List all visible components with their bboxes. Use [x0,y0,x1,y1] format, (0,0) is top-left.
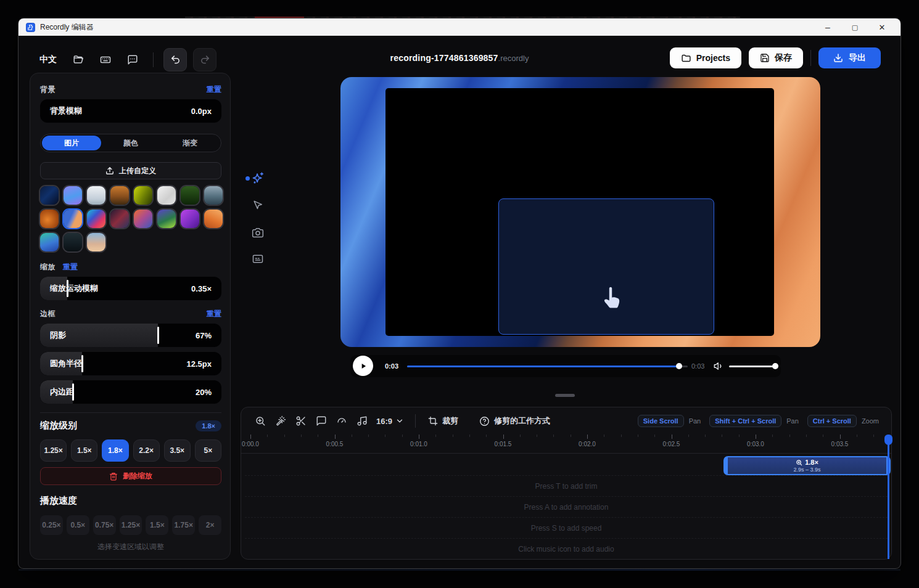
zoom-region-clip[interactable]: 1.8× 2.9s – 3.9s [723,456,891,475]
slider-handle[interactable] [157,327,159,344]
background-thumbnail-dark-blue-abstract[interactable] [40,186,59,205]
background-blur-value: 0.0px [191,99,212,123]
zoom-in-tool-button[interactable] [251,412,270,430]
zoom-level-badge: 1.8× [196,420,221,431]
projects-button[interactable]: Projects [670,47,741,68]
background-thumbnail-orange-rays[interactable] [204,210,223,228]
background-thumbnail-pastel-clouds[interactable] [87,233,105,251]
zoom-level-1.8×[interactable]: 1.8× [102,439,128,462]
undo-button[interactable] [163,48,187,71]
annotation-tool-button[interactable] [312,412,331,430]
play-button[interactable] [353,356,373,376]
background-thumbnail-lake-reflection[interactable] [204,186,223,205]
language-button[interactable]: 中文 [35,51,62,69]
effects-tool-button[interactable] [249,169,266,187]
slider-handle[interactable] [67,280,68,297]
ruler-minor-tick [553,435,554,437]
background-thumbnail-snow-mountain[interactable] [87,186,105,205]
speed-buttons: 0.25×0.5×0.75×1.25×1.5×1.75×2× [40,515,221,535]
panel-resize-handle[interactable] [555,394,575,397]
padding-slider[interactable]: 内边距20% [40,380,221,404]
close-button[interactable]: ✕ [868,18,896,36]
tab-image[interactable]: 图片 [42,136,101,150]
volume-handle[interactable] [772,363,778,369]
tab-color[interactable]: 颜色 [101,136,160,150]
background-thumbnail-purple-magenta[interactable] [181,210,199,228]
speed-0.75×[interactable]: 0.75× [93,515,116,535]
zoom-reset-link[interactable]: 重置 [63,262,78,272]
shadow-slider[interactable]: 阴影67% [40,324,221,347]
minimize-button[interactable]: – [814,18,841,36]
background-thumbnail-bigsur-waves[interactable] [87,210,105,228]
speed-1.5×[interactable]: 1.5× [146,515,168,535]
seek-handle[interactable] [676,363,682,369]
tab-gradient[interactable]: 渐变 [160,136,220,150]
speed-0.5×[interactable]: 0.5× [67,515,89,535]
save-button[interactable]: 保存 [749,47,803,68]
track-separator [245,475,888,476]
background-thumbnail-orange-flower[interactable] [40,210,59,228]
border-reset-link[interactable]: 重置 [207,309,221,319]
background-thumbnail-dark-red-dunes[interactable] [110,210,129,228]
scissors-tool-button[interactable] [292,412,310,430]
zoom-level-2.2×[interactable]: 2.2× [133,439,160,462]
redo-button[interactable] [193,48,216,71]
background-thumbnail-teal-blue-rays[interactable] [40,233,59,251]
zoom-target-region[interactable] [498,198,714,335]
seek-bar[interactable] [407,365,688,367]
crop-button[interactable]: 裁剪 [422,415,464,427]
maximize-button[interactable]: ▢ [841,18,868,36]
zoom-level-1.25×[interactable]: 1.25× [40,439,67,462]
upload-custom-button[interactable]: 上传自定义 [40,162,221,179]
zoom-level-3.5×[interactable]: 3.5× [164,439,191,462]
trim-help-button[interactable]: 修剪的工作方式 [473,415,556,427]
shortcuts-button[interactable] [95,49,116,70]
music-note-tool-button[interactable] [353,412,371,430]
scissors-icon [295,415,307,427]
delete-zoom-button[interactable]: 删除缩放 [40,467,221,485]
playhead-handle[interactable] [884,435,892,445]
volume-slider[interactable] [729,365,776,367]
background-thumbnail-lime-abstract[interactable] [134,186,152,205]
background-thumbnail-sunset-dunes[interactable] [134,210,152,228]
ruler-label: 0:03.5 [831,441,849,447]
background-blur-slider[interactable]: 背景模糊 0.0px [40,99,221,123]
background-thumbnail-aurora-green[interactable] [157,210,176,228]
timeline-ruler[interactable]: 0:00.00:00.50:01.00:01.50:02.00:02.50:03… [241,435,891,454]
background-reset-link[interactable]: 重置 [207,84,221,95]
background-thumbnail-night-mountain[interactable] [64,233,82,251]
speed-2×[interactable]: 2× [199,515,221,535]
speed-0.25×[interactable]: 0.25× [40,515,63,535]
playhead[interactable] [888,436,889,559]
background-thumbnail-green-plants[interactable] [181,186,199,205]
zoom-level-1.5×[interactable]: 1.5× [71,439,97,462]
corner-radius-slider[interactable]: 圆角半径12.5px [40,352,221,375]
magic-wand-tool-button[interactable] [271,412,290,430]
ruler-minor-tick [284,435,285,437]
cursor-tool-button[interactable] [249,197,266,214]
background-thumbnail-blue-orange-rays[interactable] [64,210,82,228]
captions-tool-button[interactable] [249,250,266,267]
background-type-tabs: 图片颜色渐变 [40,134,221,152]
video-preview[interactable] [340,77,820,347]
speed-1.75×[interactable]: 1.75× [172,515,195,535]
feedback-button[interactable] [122,49,143,70]
volume-icon[interactable] [713,361,724,372]
scroll-hint-chip: Ctrl + Scroll [807,415,857,427]
zoom-level-5×[interactable]: 5× [195,439,221,462]
export-button[interactable]: 导出 [818,47,881,68]
scroll-hint-action: Pan [786,417,799,425]
background-thumbnail-autumn-forest[interactable] [110,186,129,205]
camera-tool-button[interactable] [249,224,266,241]
aspect-ratio-dropdown[interactable]: 16:9 [371,417,409,426]
open-file-button[interactable] [68,49,89,70]
document-extension: .recordly [498,54,529,63]
background-thumbnail-purple-blue-flow[interactable] [64,186,82,205]
crop-icon [428,416,438,426]
speed-gauge-tool-button[interactable] [332,412,351,430]
timeline-tracks[interactable]: 1.8× 2.9s – 3.9s Press T to add trimPres… [241,454,891,559]
zoom-motion-blur-slider[interactable]: 缩放运动模糊 0.35× [40,277,221,300]
speed-1.25×[interactable]: 1.25× [120,515,142,535]
sidebar-divider [40,412,221,413]
background-thumbnail-white-ripple[interactable] [157,186,176,205]
